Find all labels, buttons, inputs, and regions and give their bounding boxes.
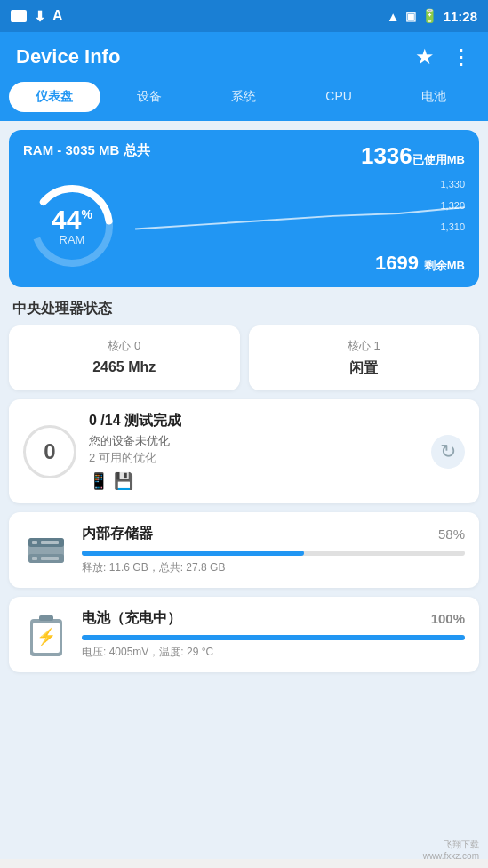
tab-battery[interactable]: 电池	[388, 82, 479, 112]
gauge-percent: 44%	[52, 206, 92, 233]
battery-bar-bg	[82, 635, 465, 640]
ram-used: 1336已使用MB	[361, 142, 465, 170]
wifi-icon: ▲	[387, 9, 400, 24]
core0-value: 2465 Mhz	[20, 359, 229, 375]
storage-title: 内部存储器 58%	[82, 525, 465, 543]
battery-icon: ⚡	[23, 612, 69, 658]
opt-sub2: 2 可用的优化	[89, 450, 419, 466]
battery-title-text: 电池（充电中）	[82, 609, 181, 628]
sd-card-icon: 💾	[114, 471, 133, 491]
ram-chart-svg	[135, 177, 465, 246]
svg-text:⚡: ⚡	[36, 627, 57, 647]
battery-bar-fill	[82, 635, 465, 640]
gauge-center: 44% RAM	[52, 206, 92, 246]
chart-label-1310: 1,310	[440, 221, 465, 232]
cpu-cores-row: 核心 0 2465 Mhz 核心 1 闲置	[9, 326, 479, 390]
storage-title-text: 内部存储器	[82, 525, 153, 543]
battery-percent: 100%	[431, 611, 465, 626]
tab-dashboard[interactable]: 仪表盘	[9, 82, 100, 112]
clock: 11:28	[444, 9, 477, 24]
main-content: RAM - 3035 MB 总共 1336已使用MB 44% RAM	[0, 121, 488, 859]
cpu-core-1: 核心 1 闲置	[249, 326, 480, 390]
ram-remaining: 1699 剩余MB	[135, 252, 465, 275]
app-title: Device Info	[16, 45, 120, 68]
opt-score-circle: 0	[23, 425, 76, 478]
phone-icon: 📱	[89, 471, 108, 491]
opt-title: 0 /14 测试完成	[89, 412, 419, 430]
chart-label-1330: 1,330	[440, 179, 465, 189]
svg-rect-5	[32, 541, 37, 544]
ram-remaining-label: 剩余MB	[424, 259, 465, 272]
svg-rect-6	[32, 557, 37, 560]
storage-sub: 释放: 11.6 GB，总共: 27.8 GB	[82, 560, 465, 575]
battery-status-icon: 🔋	[421, 8, 438, 24]
storage-icon-svg	[25, 529, 68, 572]
svg-rect-8	[41, 557, 59, 560]
tab-device[interactable]: 设备	[104, 82, 196, 112]
tab-cpu[interactable]: CPU	[293, 82, 385, 112]
opt-card: 0 0 /14 测试完成 您的设备未优化 2 可用的优化 📱 💾 ↻	[9, 399, 479, 503]
header-actions: ★ ⋮	[415, 44, 472, 69]
storage-card[interactable]: 内部存储器 58% 释放: 11.6 GB，总共: 27.8 GB	[9, 512, 479, 588]
cpu-core-0: 核心 0 2465 Mhz	[9, 326, 240, 390]
storage-bar-bg	[82, 551, 465, 556]
ram-used-value: 1336	[361, 142, 412, 169]
star-button[interactable]: ★	[415, 44, 435, 69]
svg-rect-7	[41, 541, 59, 544]
chart-labels: 1,330 1,320 1,310	[440, 179, 465, 232]
ram-used-label: 已使用MB	[412, 153, 465, 166]
storage-icon	[23, 527, 69, 574]
tab-bar: 仪表盘 设备 系统 CPU 电池	[0, 82, 488, 121]
status-bar: ⬇ A ▲ ▣ 🔋 11:28	[0, 0, 488, 32]
gauge-label: RAM	[52, 233, 92, 246]
svg-rect-10	[39, 615, 53, 621]
screenshot-icon	[11, 10, 27, 22]
storage-info: 内部存储器 58% 释放: 11.6 GB，总共: 27.8 GB	[82, 525, 465, 575]
cpu-section: 中央处理器状态 核心 0 2465 Mhz 核心 1 闲置	[9, 296, 479, 390]
core1-value: 闲置	[260, 359, 469, 378]
signal-icon: ▣	[405, 10, 416, 23]
status-bar-left: ⬇ A	[11, 8, 63, 25]
ram-card: RAM - 3035 MB 总共 1336已使用MB 44% RAM	[9, 130, 479, 287]
download-icon: ⬇	[34, 8, 45, 25]
battery-info: 电池（充电中） 100% 电压: 4005mV，温度: 29 °C	[82, 609, 465, 660]
ram-gauge: 44% RAM	[23, 177, 121, 275]
a-icon: A	[52, 8, 63, 24]
ram-chart-container: 1,330 1,320 1,310 1699 剩余MB	[135, 177, 465, 275]
ram-remaining-value: 1699	[375, 252, 419, 274]
header: Device Info ★ ⋮	[0, 32, 488, 82]
cpu-section-title: 中央处理器状态	[9, 296, 479, 318]
opt-sub1: 您的设备未优化	[89, 433, 419, 449]
opt-score: 0	[44, 439, 55, 464]
opt-info: 0 /14 测试完成 您的设备未优化 2 可用的优化 📱 💾	[89, 412, 419, 491]
opt-refresh-button[interactable]: ↻	[431, 435, 465, 469]
storage-bar-fill	[82, 551, 304, 556]
core0-label: 核心 0	[20, 338, 229, 354]
opt-icons: 📱 💾	[89, 471, 419, 491]
watermark-line2: www.fxxz.com	[423, 851, 479, 861]
watermark: 飞翔下载 www.fxxz.com	[423, 839, 479, 861]
chart-label-1320: 1,320	[440, 200, 465, 211]
battery-title: 电池（充电中） 100%	[82, 609, 465, 628]
refresh-icon: ↻	[440, 440, 456, 463]
ram-body: 44% RAM 1,330 1,320 1,310 1699 剩余MB	[23, 177, 465, 275]
storage-percent: 58%	[438, 526, 465, 542]
status-bar-right: ▲ ▣ 🔋 11:28	[387, 8, 477, 24]
ram-title: RAM - 3035 MB 总共	[23, 142, 150, 159]
tab-system[interactable]: 系统	[198, 82, 290, 112]
ram-card-header: RAM - 3035 MB 总共 1336已使用MB	[23, 142, 465, 170]
battery-sub: 电压: 4005mV，温度: 29 °C	[82, 645, 465, 660]
core1-label: 核心 1	[260, 338, 469, 354]
menu-button[interactable]: ⋮	[451, 44, 472, 69]
watermark-line1: 飞翔下载	[423, 839, 479, 851]
battery-icon-svg: ⚡	[27, 612, 66, 658]
battery-card[interactable]: ⚡ 电池（充电中） 100% 电压: 4005mV，温度: 29 °C	[9, 597, 479, 672]
